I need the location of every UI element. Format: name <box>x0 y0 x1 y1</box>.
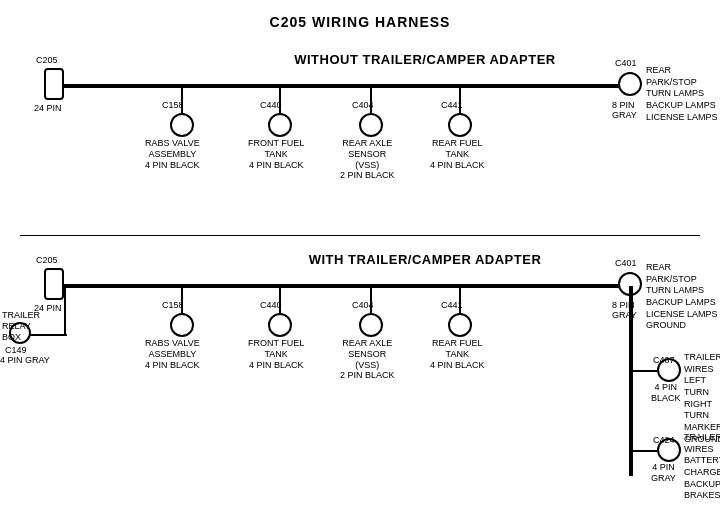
bottom-c424-id: C424 <box>653 435 675 446</box>
top-c440-connector <box>268 113 292 137</box>
top-c158-connector <box>170 113 194 137</box>
bottom-main-hline <box>62 284 632 288</box>
page-title: C205 WIRING HARNESS <box>0 6 720 34</box>
bottom-c441-desc: REAR FUELTANK4 PIN BLACK <box>430 338 485 370</box>
bottom-c407-hline <box>629 370 659 372</box>
top-c401-color: GRAY <box>612 110 637 121</box>
bottom-right-vline <box>629 286 633 476</box>
bottom-c441-id: C441 <box>441 300 463 311</box>
top-c441-connector <box>448 113 472 137</box>
bottom-c149-vline <box>64 286 66 336</box>
top-c158-id: C158 <box>162 100 184 111</box>
bottom-c404-desc: REAR AXLESENSOR(VSS)2 PIN BLACK <box>340 338 395 381</box>
top-c440-desc: FRONT FUELTANK4 PIN BLACK <box>248 138 304 170</box>
top-c404-id: C404 <box>352 100 374 111</box>
section-divider <box>20 235 700 236</box>
bottom-trailer-relay-label: TRAILERRELAYBOX <box>2 310 40 342</box>
top-c158-desc: RABS VALVEASSEMBLY4 PIN BLACK <box>145 138 200 170</box>
top-c401-id: C401 <box>615 58 637 69</box>
top-c404-connector <box>359 113 383 137</box>
bottom-c401-desc: REAR PARK/STOPTURN LAMPSBACKUP LAMPSLICE… <box>646 262 720 332</box>
bottom-c424-desc: TRAILER WIRESBATTERY CHARGEBACKUPBRAKES <box>684 432 720 502</box>
diagram-container: C205 WIRING HARNESS WITHOUT TRAILER/CAMP… <box>0 0 720 490</box>
bottom-c424-hline <box>629 450 659 452</box>
top-c205-connector <box>44 68 64 100</box>
top-c441-desc: REAR FUELTANK4 PIN BLACK <box>430 138 485 170</box>
bottom-c158-desc: RABS VALVEASSEMBLY4 PIN BLACK <box>145 338 200 370</box>
top-main-hline <box>62 84 632 88</box>
bottom-c158-connector <box>170 313 194 337</box>
bottom-c407-id: C407 <box>653 355 675 366</box>
bottom-c424-pin: 4 PINGRAY <box>651 462 676 484</box>
top-c401-connector <box>618 72 642 96</box>
top-c205-pin: 24 PIN <box>34 103 62 114</box>
bottom-c440-id: C440 <box>260 300 282 311</box>
bottom-c440-connector <box>268 313 292 337</box>
bottom-c205-id: C205 <box>36 255 58 266</box>
top-c404-desc: REAR AXLESENSOR(VSS)2 PIN BLACK <box>340 138 395 181</box>
bottom-c401-id: C401 <box>615 258 637 269</box>
bottom-c149-pin: 4 PIN GRAY <box>0 355 50 366</box>
bottom-c407-pin: 4 PINBLACK <box>651 382 681 404</box>
top-c205-id: C205 <box>36 55 58 66</box>
bottom-c205-connector <box>44 268 64 300</box>
bottom-c440-desc: FRONT FUELTANK4 PIN BLACK <box>248 338 304 370</box>
top-c440-id: C440 <box>260 100 282 111</box>
bottom-c404-connector <box>359 313 383 337</box>
top-c441-id: C441 <box>441 100 463 111</box>
bottom-c441-connector <box>448 313 472 337</box>
bottom-c401-color: GRAY <box>612 310 637 321</box>
bottom-c158-id: C158 <box>162 300 184 311</box>
top-c401-desc: REAR PARK/STOPTURN LAMPSBACKUP LAMPSLICE… <box>646 65 720 123</box>
bottom-c404-id: C404 <box>352 300 374 311</box>
